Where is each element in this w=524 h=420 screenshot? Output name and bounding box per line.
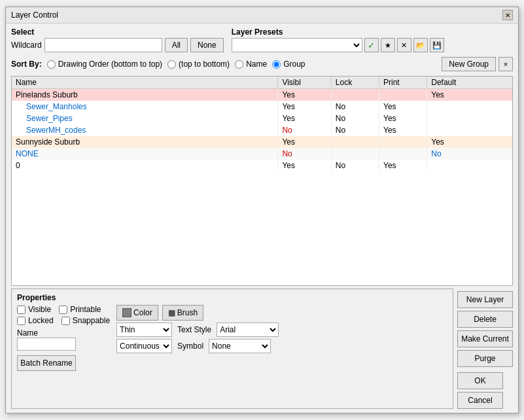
layer-table: Name Visibl Lock Print Default Pinelands…: [12, 77, 512, 171]
printable-checkbox[interactable]: [59, 306, 67, 314]
sort-x-button[interactable]: ×: [498, 57, 513, 71]
name-label: Name: [17, 328, 110, 338]
symbol-label: Symbol: [177, 341, 203, 351]
new-group-button[interactable]: New Group: [442, 57, 496, 71]
cell-default: Yes: [427, 136, 512, 148]
col-header-print: Print: [379, 77, 427, 89]
wildcard-input[interactable]: [44, 38, 162, 52]
table-row[interactable]: Sewer_ManholesYesNoYes: [12, 101, 512, 113]
color-label: Color: [133, 308, 152, 317]
col-header-default: Default: [427, 77, 512, 89]
cell-name: Sewer_Pipes: [12, 113, 278, 124]
cell-print: [379, 136, 427, 148]
make-current-button[interactable]: Make Current: [457, 330, 513, 347]
delete-button[interactable]: Delete: [457, 311, 513, 328]
wildcard-label: Wildcard: [11, 41, 42, 50]
radio-drawing-order-input[interactable]: [47, 60, 56, 69]
presets-save-button[interactable]: 💾: [430, 38, 444, 52]
visible-row: Visible Printable: [17, 305, 110, 314]
radio-name-label: Name: [246, 60, 267, 69]
layer-control-dialog: Layer Control ✕ Select Wildcard All None…: [5, 7, 519, 413]
cell-default: [427, 124, 512, 136]
radio-group-input[interactable]: [272, 60, 281, 69]
layer-table-container: Name Visibl Lock Print Default Pinelands…: [11, 76, 513, 286]
cell-visible: No: [278, 124, 331, 136]
select-row: Wildcard All None: [11, 38, 224, 52]
properties-content: Visible Printable Locked Snappable Name: [17, 305, 447, 371]
visible-label: Visible: [28, 305, 51, 314]
col-header-visible: Visibl: [278, 77, 331, 89]
presets-folder-button[interactable]: 📂: [413, 38, 428, 52]
purge-button[interactable]: Purge: [457, 350, 513, 367]
cancel-button[interactable]: Cancel: [457, 392, 503, 409]
locked-checkbox[interactable]: [17, 317, 26, 325]
cell-lock: No: [331, 160, 379, 171]
cell-name: Sewer_Manholes: [12, 101, 278, 113]
title-bar: Layer Control ✕: [6, 7, 518, 24]
layer-presets-select[interactable]: [232, 38, 362, 52]
text-style-label: Text Style: [177, 325, 211, 334]
table-row[interactable]: SewerMH_codesNoNoYes: [12, 124, 512, 136]
dialog-title: Layer Control: [11, 10, 58, 20]
sort-by-label: Sort By:: [11, 60, 42, 69]
table-row[interactable]: Pinelands SuburbYesYes: [12, 89, 512, 101]
thin-select[interactable]: Thin Medium Thick: [116, 323, 172, 337]
col-header-lock: Lock: [331, 77, 379, 89]
prop-selects-row1: Thin Medium Thick Text Style Arial Times…: [116, 323, 279, 337]
select-group: Select Wildcard All None: [11, 27, 224, 52]
table-row[interactable]: NONENoNo: [12, 148, 512, 160]
brush-icon: ▦: [168, 308, 175, 317]
cell-default: No: [427, 148, 512, 160]
symbol-select[interactable]: None: [209, 339, 271, 353]
continuous-select[interactable]: Continuous Dashed Dotted: [116, 339, 172, 353]
cell-default: [427, 113, 512, 124]
close-button[interactable]: ✕: [502, 10, 513, 20]
new-layer-button[interactable]: New Layer: [457, 291, 513, 308]
color-button[interactable]: Color: [116, 305, 158, 321]
all-button[interactable]: All: [165, 38, 188, 52]
col-header-name: Name: [12, 77, 278, 89]
brush-button[interactable]: ▦ Brush: [162, 305, 203, 321]
color-brush-row: Color ▦ Brush: [116, 305, 279, 321]
prop-selects-row2: Continuous Dashed Dotted Symbol None: [116, 339, 279, 353]
cell-default: Yes: [427, 89, 512, 101]
none-button[interactable]: None: [190, 38, 224, 52]
cell-lock: No: [331, 101, 379, 113]
bottom-area: Properties Visible Printable Locked: [11, 289, 513, 409]
table-header-row: Name Visibl Lock Print Default: [12, 77, 512, 89]
radio-group-label: Group: [283, 60, 305, 69]
visible-checkbox[interactable]: [17, 306, 26, 314]
presets-check-button[interactable]: ✓: [364, 38, 379, 52]
right-btn-col: New Layer Delete Make Current Purge OK C…: [457, 289, 513, 409]
top-row: Select Wildcard All None Layer Presets ✓…: [11, 27, 513, 52]
table-row[interactable]: Sewer_PipesYesNoYes: [12, 113, 512, 124]
cell-visible: Yes: [278, 160, 331, 171]
presets-delete-button[interactable]: ✕: [397, 38, 411, 52]
radio-name: Name: [235, 60, 267, 69]
radio-drawing-order: Drawing Order (bottom to top): [47, 60, 162, 69]
cell-lock: No: [331, 113, 379, 124]
batch-rename-button[interactable]: Batch Rename: [17, 355, 76, 371]
text-style-select[interactable]: Arial Times New Roman: [217, 323, 279, 337]
radio-group: Group: [272, 60, 305, 69]
cell-visible: Yes: [278, 113, 331, 124]
presets-star-button[interactable]: ★: [381, 38, 395, 52]
radio-name-input[interactable]: [235, 60, 243, 69]
ok-button[interactable]: OK: [457, 372, 503, 389]
snappable-checkbox[interactable]: [61, 317, 70, 325]
table-row[interactable]: Sunnyside SuburbYesYes: [12, 136, 512, 148]
properties-title: Properties: [17, 293, 447, 302]
table-body: Pinelands SuburbYesYesSewer_ManholesYesN…: [12, 89, 512, 172]
name-input[interactable]: [17, 338, 76, 351]
cell-print: Yes: [379, 113, 427, 124]
radio-top-bottom-input[interactable]: [167, 60, 176, 69]
prop-col2: Color ▦ Brush Thin Medium Thick: [116, 305, 279, 353]
cell-default: [427, 101, 512, 113]
locked-row: Locked Snappable: [17, 316, 110, 325]
cell-default: [427, 160, 512, 171]
sort-by-row: Sort By: Drawing Order (bottom to top) (…: [11, 55, 513, 73]
layer-presets-group: Layer Presets ✓ ★ ✕ 📂 💾: [232, 27, 513, 52]
table-row[interactable]: 0YesNoYes: [12, 160, 512, 171]
cell-print: [379, 89, 427, 101]
presets-row: ✓ ★ ✕ 📂 💾: [232, 38, 513, 52]
